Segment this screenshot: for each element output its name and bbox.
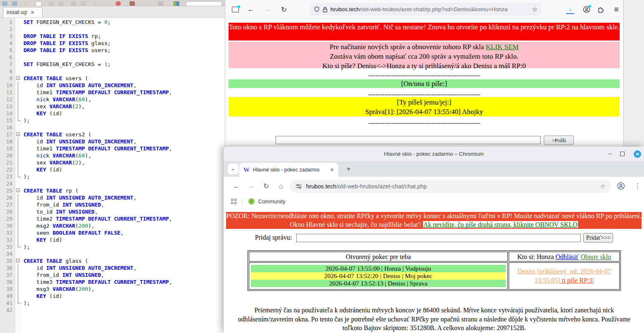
lock-icon[interactable]	[323, 7, 328, 12]
code-line: 30 msg2 VARCHAR(200),	[0, 222, 225, 229]
obnov-sklo-banner-link[interactable]: Ak nevidíte, čo píše druhá strana, klikn…	[423, 221, 578, 228]
firefox-view-icon[interactable]	[230, 5, 240, 14]
toolbar-icon[interactable]	[12, 1, 17, 6]
chat-message: 2026-04-07 13:52:20 | Deniss | Moj pokec	[251, 272, 506, 280]
warning-banner: POZOR: Nezavrite/neodhláste toto okno, s…	[226, 212, 642, 229]
code-line: 24	[0, 180, 225, 187]
toolbar-icon[interactable]	[71, 1, 76, 6]
extensions-icon[interactable]	[596, 5, 606, 14]
user-status-cell: Kto si: Honza Odhlásiť Obnov sklo	[509, 252, 620, 262]
toolbar-icon[interactable]	[158, 1, 163, 6]
code-line: 27 from_id INT UNSIGNED,	[0, 201, 225, 208]
bookmark-community[interactable]: Community	[258, 198, 285, 205]
play-macro-icon[interactable]	[130, 1, 135, 6]
chat-message-list: 2026-04-07 13:55:00 | Honza | Vodpisuju2…	[249, 262, 508, 290]
menu-dots-icon[interactable]: ⋮	[633, 182, 642, 191]
code-line: 20 nick VARCHAR(60),	[0, 152, 225, 159]
chromium-toolbar: ← → ↻ ⌂ hrubos.tech/old-web-hrubos/azet-…	[224, 177, 644, 196]
add-message-input[interactable]	[296, 234, 581, 242]
tab-close-icon[interactable]: ✕	[330, 167, 334, 173]
toolbar-icon[interactable]	[35, 1, 42, 6]
home-button[interactable]: ⌂	[276, 182, 285, 191]
editor-tab-bar: install.sql ✕	[0, 6, 225, 18]
toolbar-separator	[95, 1, 95, 6]
url-bar[interactable]: hrubos.tech/old-web-hrubos/azet-chat/cha…	[290, 180, 611, 193]
bookmark-star-icon[interactable]: ☆	[532, 6, 538, 13]
maximize-button[interactable]	[620, 152, 625, 156]
forward-button[interactable]: →	[247, 182, 256, 191]
chat-message: 2026-04-07 13:55:00 | Honza | Vodpisuju	[251, 265, 506, 272]
code-line: 26 id INT UNSIGNED AUTO_INCREMENT,	[0, 194, 225, 201]
reload-button[interactable]: ↻	[262, 182, 271, 191]
code-line: 35−CREATE TABLE glass (	[0, 257, 225, 264]
back-button[interactable]: ←	[246, 5, 256, 14]
tab-hlavne-sklo[interactable]: W Hlavné sklo - pokec zadarmo ✕	[239, 163, 338, 177]
code-line: 12 nick VARCHAR(60),	[0, 96, 225, 103]
code-line: 37 from_id INT UNSIGNED,	[0, 271, 225, 278]
main-chat-page: POZOR: Nezavrite/neodhláste toto okno, s…	[224, 207, 644, 333]
rp-user-suffix: ti píše RP:1|	[560, 277, 594, 284]
desktop: { "editor": { "tab": "install.sql", "lin…	[0, 0, 644, 333]
klik-sem-link[interactable]: KLIK SEM	[486, 43, 519, 51]
toolbar-icon[interactable]	[49, 1, 54, 6]
code-line: 6	[0, 54, 225, 61]
minimize-button[interactable]: –	[607, 150, 613, 157]
apps-grid-icon[interactable]	[231, 199, 236, 204]
toolbar-icon[interactable]	[81, 1, 86, 6]
chromium-tab-strip: ⌄ W Hlavné sklo - pokec zadarmo ✕ +	[224, 161, 644, 177]
toolbar-icon[interactable]	[59, 1, 64, 6]
code-editor-area[interactable]: 1SET FOREIGN_KEY_CHECKS = 0;23DROP TABLE…	[0, 18, 225, 333]
code-line: 28 to_id INT UNSIGNED,	[0, 208, 225, 215]
footer-info-text: Priemerný čas na používateľa k odstránen…	[230, 306, 638, 333]
toolbar-icon[interactable]	[173, 1, 179, 6]
menu-button[interactable]: ≡	[611, 5, 621, 14]
record-macro-icon[interactable]	[116, 1, 121, 6]
tab-label: install.sql	[7, 10, 27, 15]
code-line: 11 time1 TIMESTAMP DEFAULT CURRENT_TIMES…	[0, 89, 225, 96]
chromium-title-bar[interactable]: Hlavné sklo - pokec zadarmo – Chromium –…	[224, 147, 644, 161]
url-text: hrubos.tech/old-web-hrubos/azet-chat/cha…	[306, 183, 427, 190]
download-icon[interactable]: ↓	[566, 5, 574, 14]
bookmarks-bar: Community	[224, 196, 644, 208]
code-line: 2	[0, 26, 225, 33]
profile-icon[interactable]	[617, 182, 626, 191]
refresh-glass-link[interactable]: Obnov sklo	[580, 253, 611, 260]
code-line: 23);	[0, 173, 225, 180]
toolbar-separator	[26, 1, 26, 6]
new-tab-button[interactable]: +	[344, 164, 353, 174]
site-info-icon[interactable]	[295, 183, 302, 189]
code-line: 5DROP TABLE IF EXISTS users;	[0, 47, 225, 54]
code-line: 32 KEY (id)	[0, 236, 225, 243]
code-line: 16	[0, 124, 225, 131]
forward-button[interactable]: →	[262, 5, 272, 14]
toolbar-icon[interactable]	[2, 1, 7, 6]
url-text: hrubos.tech/old-web-hrubos/azet-chat/rp.…	[330, 6, 507, 12]
close-button[interactable]: ✕	[634, 150, 641, 158]
rp-user-cell: Deniss [prihlásený_od: 2026-04-07 13:55:…	[509, 262, 620, 290]
logout-link[interactable]: Odhlásiť	[556, 253, 579, 260]
rp-info-box: Pre načítanie nových správ a obnovenie t…	[229, 42, 620, 68]
outgoing-message: Správa[1]: [2026-04-07 13:55:40] Ahojky	[229, 107, 620, 117]
firefox-toolbar: ← → ↻ hrubos.tech/old-web-hrubos/azet-ch…	[225, 0, 623, 19]
tab-install-sql[interactable]: install.sql ✕	[3, 7, 42, 17]
bookmark-star-icon[interactable]: ☆	[600, 183, 606, 190]
tab-close-icon[interactable]: ✕	[31, 10, 34, 15]
rp-info-line1: Pre načítanie nových správ a obnovenie t…	[229, 42, 620, 52]
shield-icon[interactable]	[314, 6, 320, 12]
back-button[interactable]: ←	[232, 182, 241, 191]
tab-search-chevron[interactable]: ⌄	[228, 164, 238, 174]
url-domain: hrubos.tech	[306, 183, 336, 190]
send-rp-button[interactable]: >Pošli RP>	[544, 136, 574, 145]
code-line: 7SET FOREIGN_KEY_CHECKS = 1;	[0, 61, 225, 68]
rp-message-input[interactable]	[276, 136, 541, 144]
outgoing-message-box: [Ty píšeš jemu/jej:] Správa[1]: [2026-04…	[229, 97, 620, 117]
add-message-button[interactable]: Pridať>>>	[583, 233, 613, 243]
toolbar-search-box[interactable]	[186, 1, 222, 6]
code-line: 22 KEY (id)	[0, 166, 225, 173]
rp-info-line2: Zostáva vám obom napísať cca 200 správ a…	[229, 52, 620, 61]
editor-toolbar	[0, 0, 225, 6]
account-icon[interactable]	[582, 5, 592, 14]
reload-button[interactable]: ↻	[279, 5, 289, 14]
incoming-message-bar: [On/ona ti píše:]	[229, 79, 620, 88]
url-bar[interactable]: hrubos.tech/old-web-hrubos/azet-chat/rp.…	[310, 3, 542, 16]
